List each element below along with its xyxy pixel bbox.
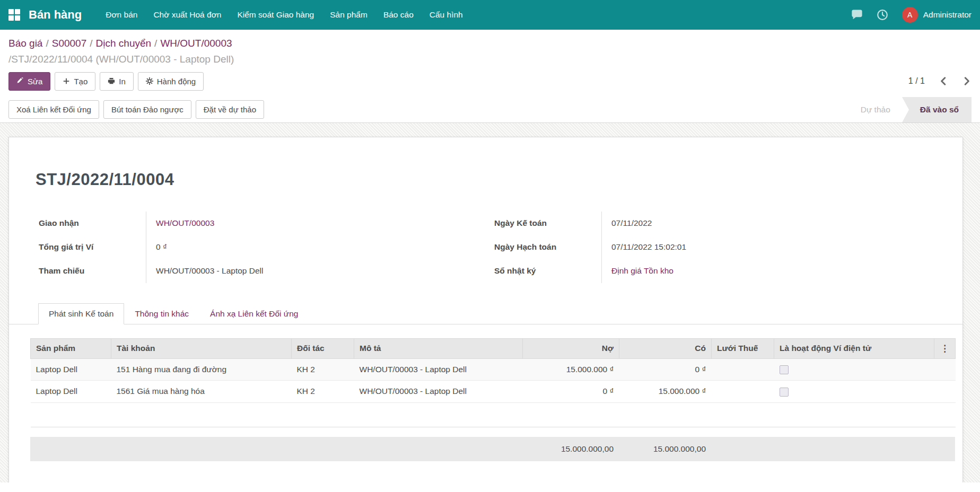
page-title: STJ/2022/11/0004 <box>36 170 941 189</box>
pager-counter: 1 / 1 <box>908 76 925 86</box>
nav-item-kiem-soat-giao-hang[interactable]: Kiểm soát Giao hàng <box>229 0 322 30</box>
messages-icon[interactable] <box>851 9 863 21</box>
col-tai-khoan[interactable]: Tài khoản <box>111 338 292 358</box>
nav-item-cho-xuat-hoa-don[interactable]: Chờ xuất Hoá đơn <box>145 0 229 30</box>
breadcrumb-link-wh-out[interactable]: WH/OUT/00003 <box>160 38 232 49</box>
user-menu[interactable]: Administrator <box>923 10 972 20</box>
action-button[interactable]: Hành động <box>138 72 204 91</box>
plus-icon <box>63 77 70 85</box>
breadcrumb-link-s00007[interactable]: S00007 <box>52 38 87 49</box>
table-empty-space <box>31 402 956 427</box>
printer-icon <box>108 77 115 85</box>
tab-thong-tin-khac[interactable]: Thông tin khác <box>124 303 199 324</box>
ewallet-checkbox[interactable] <box>780 365 789 374</box>
pencil-icon <box>16 77 24 85</box>
reset-to-draft-button[interactable]: Đặt về dự thảo <box>196 100 264 119</box>
create-button[interactable]: Tạo <box>55 72 95 91</box>
breadcrumb-separator: / <box>151 38 160 49</box>
field-group-right: Ngày Kế toán 07/11/2022 Ngày Hạch toán 0… <box>486 212 941 283</box>
table-header-row: Sản phẩm Tài khoản Đối tác Mô tả Nợ Có L… <box>31 338 956 358</box>
total-debit: 15.000.000,00 <box>522 437 619 461</box>
col-san-pham[interactable]: Sản phẩm <box>31 338 111 358</box>
total-credit: 15.000.000,00 <box>619 437 711 461</box>
form-sheet: STJ/2022/11/0004 Giao nhận WH/OUT/00003 … <box>8 137 963 482</box>
print-button[interactable]: In <box>100 72 134 91</box>
col-no[interactable]: Nợ <box>523 338 619 358</box>
field-tham-chieu: Tham chiếu WH/OUT/00003 - Laptop Dell <box>30 259 486 283</box>
edit-button[interactable]: Sửa <box>8 72 50 91</box>
avatar[interactable]: A <box>902 7 918 23</box>
chevron-left-icon[interactable] <box>939 76 948 86</box>
field-giao-nhan: Giao nhận WH/OUT/00003 <box>30 212 486 235</box>
table-row[interactable]: Laptop Dell 151 Hàng mua đang đi đường K… <box>31 358 956 380</box>
field-so-nhat-ky: Sổ nhật ký Định giá Tồn kho <box>486 259 941 283</box>
unreconcile-button[interactable]: Xoá Liên kết Đối ứng <box>8 100 99 119</box>
breadcrumb-link-bao-gia[interactable]: Báo giá <box>8 38 42 49</box>
col-la-hoat-dong-vi-dien-tu[interactable]: Là hoạt động Ví điện tử <box>774 338 934 358</box>
nav-item-cau-hinh[interactable]: Cấu hình <box>422 0 471 30</box>
control-panel: Báo giá/S00007/Dịch chuyển/WH/OUT/00003 … <box>0 30 980 123</box>
nav-item-san-pham[interactable]: Sản phẩm <box>322 0 375 30</box>
totals-row: 15.000.000,00 15.000.000,00 <box>30 437 955 461</box>
optional-columns-kebab-icon[interactable]: ⋮ <box>934 338 956 358</box>
tab-phat-sinh-ke-toan[interactable]: Phát sinh Kế toán <box>38 303 124 324</box>
content-area: STJ/2022/11/0004 Giao nhận WH/OUT/00003 … <box>0 123 980 482</box>
field-tong-gia-tri-vi: Tổng giá trị Ví 0 ₫ <box>30 235 486 259</box>
field-value-so-nhat-ky[interactable]: Định giá Tồn kho <box>601 259 941 283</box>
field-value-tong-gia-tri-vi: 0 ₫ <box>146 235 486 259</box>
field-ngay-hach-toan: Ngày Hạch toán 07/11/2022 15:02:01 <box>486 235 941 259</box>
gear-icon <box>146 77 153 85</box>
field-value-tham-chieu: WH/OUT/00003 - Laptop Dell <box>146 259 486 283</box>
status-posted[interactable]: Đã vào sổ <box>902 97 972 122</box>
col-co[interactable]: Có <box>619 338 712 358</box>
app-name[interactable]: Bán hàng <box>29 8 82 22</box>
journal-items-table: Sản phẩm Tài khoản Đối tác Mô tả Nợ Có L… <box>30 338 956 427</box>
field-value-ngay-hach-toan: 07/11/2022 15:02:01 <box>601 235 941 259</box>
breadcrumb-link-dich-chuyen[interactable]: Dịch chuyển <box>96 38 152 49</box>
tab-anh-xa-lien-ket-doi-ung[interactable]: Ánh xạ Liên kết Đối ứng <box>199 303 309 324</box>
reverse-entry-button[interactable]: Bút toán Đảo ngược <box>103 100 191 119</box>
pager: 1 / 1 <box>908 76 972 86</box>
apps-menu-icon[interactable] <box>8 9 20 21</box>
toolbar: Sửa Tạo In Hành động <box>8 72 972 91</box>
top-navbar: Bán hàng Đơn bán Chờ xuất Hoá đơn Kiểm s… <box>0 0 980 30</box>
col-luoi-thue[interactable]: Lưới Thuế <box>712 338 774 358</box>
activities-clock-icon[interactable] <box>877 9 888 21</box>
nav-item-don-ban[interactable]: Đơn bán <box>98 0 145 30</box>
status-row: Xoá Liên kết Đối ứng Bút toán Đảo ngược … <box>8 97 972 122</box>
breadcrumb-current: /STJ/2022/11/0004 (WH/OUT/00003 - Laptop… <box>8 51 972 67</box>
notebook-tabs: Phát sinh Kế toán Thông tin khác Ánh xạ … <box>8 303 963 324</box>
status-draft[interactable]: Dự thảo <box>849 97 902 122</box>
field-group-left: Giao nhận WH/OUT/00003 Tổng giá trị Ví 0… <box>30 212 486 283</box>
field-value-ngay-ke-toan: 07/11/2022 <box>601 212 941 235</box>
field-groups: Giao nhận WH/OUT/00003 Tổng giá trị Ví 0… <box>30 212 941 283</box>
statusbar: Dự thảo Đã vào sổ <box>849 97 972 122</box>
col-doi-tac[interactable]: Đối tác <box>292 338 354 358</box>
breadcrumb-separator: / <box>86 38 95 49</box>
table-row[interactable]: Laptop Dell 1561 Giá mua hàng hóa KH 2 W… <box>31 381 956 402</box>
field-value-giao-nhan[interactable]: WH/OUT/00003 <box>146 212 486 235</box>
field-ngay-ke-toan: Ngày Kế toán 07/11/2022 <box>486 212 941 235</box>
chevron-right-icon[interactable] <box>962 76 972 86</box>
ewallet-checkbox[interactable] <box>780 388 789 397</box>
breadcrumb: Báo giá/S00007/Dịch chuyển/WH/OUT/00003 <box>8 35 972 51</box>
nav-item-bao-cao[interactable]: Báo cáo <box>375 0 422 30</box>
breadcrumb-separator: / <box>42 38 51 49</box>
col-mo-ta[interactable]: Mô tả <box>354 338 523 358</box>
